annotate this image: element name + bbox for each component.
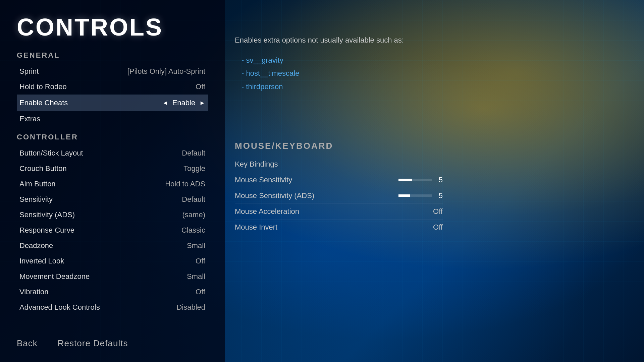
list-item[interactable]: Crouch Button Toggle bbox=[17, 161, 208, 176]
cheats-description: Enables extra options not usually availa… bbox=[235, 34, 436, 47]
cheat-item: - thirdperson bbox=[241, 80, 436, 94]
cheat-items-list: - sv__gravity - host__timescale - thirdp… bbox=[235, 54, 436, 94]
mk-item[interactable]: Mouse Acceleration Off bbox=[235, 204, 443, 220]
cheats-info-panel: Enables extra options not usually availa… bbox=[235, 34, 436, 93]
slider-container: 5 bbox=[398, 176, 443, 184]
mk-label: Mouse Acceleration bbox=[235, 207, 402, 216]
list-item[interactable]: Inverted Look Off bbox=[17, 253, 208, 269]
item-value: Disabled bbox=[176, 303, 205, 312]
item-value: (same) bbox=[182, 210, 205, 219]
list-item[interactable]: Sensitivity Default bbox=[17, 192, 208, 207]
enable-cheats-value: Enable bbox=[172, 99, 196, 107]
item-value: Default bbox=[182, 195, 205, 204]
controller-items: Button/Stick Layout Default Crouch Butto… bbox=[17, 145, 208, 315]
item-label: Advanced Look Controls bbox=[19, 303, 176, 312]
item-value: Off bbox=[196, 257, 205, 265]
mk-item[interactable]: Key Bindings bbox=[235, 157, 443, 172]
cheat-item: - sv__gravity bbox=[241, 54, 436, 67]
item-value: ◄ Enable ► bbox=[162, 99, 205, 107]
arrow-left-icon[interactable]: ◄ bbox=[162, 100, 168, 107]
mk-item[interactable]: Mouse Invert Off bbox=[235, 220, 443, 235]
mk-section-title: MOUSE/KEYBOARD bbox=[235, 141, 443, 151]
restore-defaults-button[interactable]: Restore Defaults bbox=[58, 338, 128, 349]
list-item[interactable]: Response Curve Classic bbox=[17, 223, 208, 238]
list-item[interactable]: Hold to Rodeo Off bbox=[17, 79, 208, 95]
item-label: Crouch Button bbox=[19, 164, 183, 173]
mouse-keyboard-panel: MOUSE/KEYBOARD Key Bindings Mouse Sensit… bbox=[235, 141, 443, 235]
controller-section-label: CONTROLLER bbox=[17, 133, 208, 141]
mk-label: Mouse Sensitivity (ADS) bbox=[235, 191, 398, 200]
item-value: Off bbox=[196, 288, 205, 296]
item-value: Classic bbox=[181, 226, 205, 235]
item-label: Inverted Look bbox=[19, 257, 196, 265]
mk-value: 5 bbox=[398, 176, 443, 184]
item-label: Aim Button bbox=[19, 180, 165, 188]
slider-fill bbox=[398, 194, 410, 197]
general-items: Sprint [Pilots Only] Auto-Sprint Hold to… bbox=[17, 64, 208, 127]
item-label: Sensitivity bbox=[19, 195, 182, 204]
item-label: Vibration bbox=[19, 288, 196, 296]
advanced-look-controls-item[interactable]: Advanced Look Controls Disabled bbox=[17, 300, 208, 315]
slider-value: 5 bbox=[436, 191, 443, 200]
item-label: Extras bbox=[19, 115, 205, 123]
item-label: Hold to Rodeo bbox=[19, 82, 196, 91]
cheat-item-text: host__timescale bbox=[246, 69, 299, 77]
arrow-right-icon[interactable]: ► bbox=[199, 100, 205, 107]
mk-label: Mouse Sensitivity bbox=[235, 176, 398, 184]
list-item[interactable]: Extras bbox=[17, 111, 208, 127]
mk-label: Mouse Invert bbox=[235, 223, 402, 232]
general-section-label: GENERAL bbox=[17, 51, 208, 60]
item-label: Sprint bbox=[19, 67, 127, 76]
slider-container: 5 bbox=[398, 191, 443, 200]
mk-value: Off bbox=[402, 223, 443, 232]
list-item[interactable]: Sensitivity (ADS) (same) bbox=[17, 207, 208, 223]
item-label: Button/Stick Layout bbox=[19, 149, 182, 158]
list-item[interactable]: Vibration Off bbox=[17, 284, 208, 300]
back-button[interactable]: Back bbox=[17, 338, 38, 349]
mk-item[interactable]: Mouse Sensitivity 5 bbox=[235, 172, 443, 188]
slider-fill bbox=[398, 179, 412, 181]
bottom-bar: Back Restore Defaults bbox=[17, 338, 128, 349]
cheat-item: - host__timescale bbox=[241, 67, 436, 80]
item-value: Toggle bbox=[183, 164, 205, 173]
item-value: Default bbox=[182, 149, 205, 158]
mk-value: Off bbox=[402, 207, 443, 216]
slider-value: 5 bbox=[436, 176, 443, 184]
mk-label: Key Bindings bbox=[235, 160, 402, 169]
page-title: CONTROLS bbox=[17, 13, 208, 41]
list-item[interactable]: Sprint [Pilots Only] Auto-Sprint bbox=[17, 64, 208, 79]
item-label: Movement Deadzone bbox=[19, 272, 187, 281]
mk-value: 5 bbox=[398, 191, 443, 200]
item-value: Off bbox=[196, 82, 205, 91]
item-label: Deadzone bbox=[19, 241, 187, 250]
mk-item[interactable]: Mouse Sensitivity (ADS) 5 bbox=[235, 188, 443, 204]
item-value: Small bbox=[187, 241, 205, 250]
item-value: [Pilots Only] Auto-Sprint bbox=[127, 67, 205, 76]
list-item[interactable]: Button/Stick Layout Default bbox=[17, 145, 208, 161]
enable-cheats-item[interactable]: Enable Cheats ◄ Enable ► bbox=[17, 95, 208, 111]
item-label: Response Curve bbox=[19, 226, 181, 235]
slider-bar[interactable] bbox=[398, 194, 432, 197]
item-label: Enable Cheats bbox=[19, 99, 162, 107]
slider-bar[interactable] bbox=[398, 179, 432, 181]
list-item[interactable]: Movement Deadzone Small bbox=[17, 269, 208, 284]
left-panel: CONTROLS GENERAL Sprint [Pilots Only] Au… bbox=[0, 0, 225, 362]
item-value: Small bbox=[187, 272, 205, 281]
item-value: Hold to ADS bbox=[165, 180, 205, 188]
cheat-item-text: sv__gravity bbox=[246, 56, 283, 64]
item-label: Sensitivity (ADS) bbox=[19, 210, 182, 219]
cheat-item-text: thirdperson bbox=[246, 82, 283, 91]
list-item[interactable]: Aim Button Hold to ADS bbox=[17, 176, 208, 192]
list-item[interactable]: Deadzone Small bbox=[17, 238, 208, 253]
